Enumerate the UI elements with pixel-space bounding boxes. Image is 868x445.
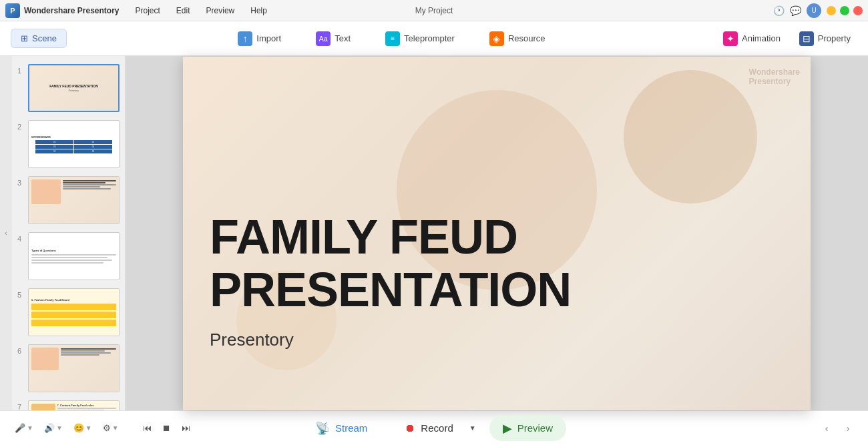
slide-thumb-1: FAMILY FEUD PRESENTATION Presentory [28,64,120,112]
teleprompter-icon: ≡ [385,31,400,46]
scene-icon: ⊞ [21,33,28,43]
teleprompter-label: Teleprompter [404,33,455,43]
toolbar-center: ↑ Import Aa Text ≡ Teleprompter ◈ Resour… [72,27,711,50]
nav-arrows: ‹ › [817,419,857,438]
speaker-arrow: ▼ [56,424,63,432]
slide-canvas: Wondershare Presentory FAMILY FEUD PRESE… [183,57,811,410]
slide-item-2[interactable]: 2 SCOREBOARD 01 02 03 04 05 06 [12,117,125,171]
record-icon: ⏺ [405,422,415,434]
minimize-button[interactable] [827,6,836,15]
slide-thumb-7: 7. Content-Family Feud rules [28,400,120,410]
rewind-button[interactable]: ⏮ [139,420,156,436]
sidebar-toggle[interactable]: ‹ [0,56,12,410]
preview-label: Preview [517,422,553,434]
title-bar: P Wondershare Presentory Project Edit Pr… [0,0,868,21]
record-group: ⏺ Record ▼ [391,417,478,440]
teleprompter-button[interactable]: ≡ Teleprompter [379,27,461,50]
nav-prev[interactable]: ‹ [817,419,836,438]
extra-icons: 🕐 💬 U [773,3,821,18]
menu-help[interactable]: Help [248,5,270,17]
preview-icon: ▶ [503,421,512,436]
speaker-tool[interactable]: 🔊 ▼ [40,420,67,436]
text-label: Text [335,33,351,43]
slide-thumb-2: SCOREBOARD 01 02 03 04 05 06 [28,120,120,168]
scene-label: Scene [32,33,57,43]
stop-button[interactable]: ⏹ [158,420,175,436]
settings-arrow: ▼ [112,424,119,432]
app-name: Wondershare Presentory [24,6,120,15]
watermark: Wondershare Presentory [749,67,800,86]
record-dropdown-button[interactable]: ▼ [467,423,479,433]
menu-edit[interactable]: Edit [174,5,193,17]
close-button[interactable] [853,6,863,15]
slide-num-5: 5 [17,291,28,299]
slide-thumb-6 [28,344,120,392]
speaker-icon: 🔊 [44,423,55,433]
forward-icon: ⏭ [182,423,190,433]
slide-item-4[interactable]: 4 Types of Questions [12,230,125,283]
slide-subtitle: Presentory [210,330,294,350]
import-label: Import [256,33,281,43]
maximize-button[interactable] [840,6,849,15]
menu-preview[interactable]: Preview [204,5,238,17]
text-icon: Aa [316,31,331,46]
face-icon: 😊 [73,423,84,433]
slide-thumb-4: Types of Questions [28,232,120,280]
nav-next[interactable]: › [839,419,857,438]
mic-icon: 🎤 [15,423,25,433]
slide-item-5[interactable]: 5 5. Fashion Family Feud Board [12,286,125,339]
mic-tool[interactable]: 🎤 ▼ [11,420,37,436]
stream-label: Stream [335,422,367,434]
background-blob-2 [624,70,757,203]
menu-project[interactable]: Project [133,5,163,17]
slide-num-3: 3 [17,179,28,187]
forward-button[interactable]: ⏭ [178,420,194,436]
bottom-tools: 🎤 ▼ 🔊 ▼ 😊 ▼ ⚙ ▼ [11,420,123,436]
toolbar: ⊞ Scene ↑ Import Aa Text ≡ Teleprompter … [0,21,868,56]
import-icon: ↑ [238,31,252,46]
slide-main-title: FAMILY FEUD PRESENTATION [210,211,784,316]
stream-button[interactable]: 📡 Stream [302,416,381,441]
stream-icon: 📡 [315,421,330,436]
bottom-bar: 🎤 ▼ 🔊 ▼ 😊 ▼ ⚙ ▼ ⏮ ⏹ ⏭ 📡 [0,410,868,445]
slide-num-6: 6 [17,347,28,355]
window-controls [827,6,863,15]
chat-icon: 💬 [790,5,801,16]
import-button[interactable]: ↑ Import [231,27,288,50]
slide-item-1[interactable]: 1 FAMILY FEUD PRESENTATION Presentory [12,61,125,115]
slide-num-7: 7 [17,403,28,410]
resource-icon: ◈ [489,31,504,46]
resource-label: Resource [508,33,546,43]
project-title: My Project [415,6,453,15]
text-button[interactable]: Aa Text [309,27,357,50]
animation-icon: ✦ [723,31,738,46]
slide-thumb-3 [28,176,120,224]
app-logo: P [5,3,20,18]
bottom-center-actions: 📡 Stream ⏺ Record ▼ ▶ Preview [302,416,566,441]
user-icon: U [807,3,821,18]
animation-button[interactable]: ✦ Animation [716,27,787,50]
watermark-line1: Wondershare [749,67,800,77]
canvas-area: Wondershare Presentory FAMILY FEUD PRESE… [126,56,868,410]
toolbar-right: ✦ Animation ⊟ Property [716,27,857,50]
face-arrow: ▼ [85,424,92,432]
toggle-arrow: ‹ [5,230,7,237]
record-label: Record [421,422,453,434]
slide-panel: 1 FAMILY FEUD PRESENTATION Presentory 2 … [12,56,126,410]
settings-tool[interactable]: ⚙ ▼ [99,420,123,436]
slide-item-7[interactable]: 7 7. Content-Family Feud rules [12,398,125,410]
animation-label: Animation [742,33,781,43]
rewind-icon: ⏮ [143,423,152,433]
scene-button[interactable]: ⊞ Scene [11,29,67,48]
face-tool[interactable]: 😊 ▼ [69,420,96,436]
record-button[interactable]: ⏺ Record [391,417,466,440]
stop-icon: ⏹ [162,423,171,433]
resource-button[interactable]: ◈ Resource [483,27,552,50]
clock-icon: 🕐 [773,5,785,16]
preview-button[interactable]: ▶ Preview [489,416,566,441]
slide-num-2: 2 [17,123,28,131]
slide-item-3[interactable]: 3 [12,173,125,227]
slide-item-6[interactable]: 6 [12,342,125,395]
slide-num-1: 1 [17,67,28,75]
property-button[interactable]: ⊟ Property [793,27,857,50]
